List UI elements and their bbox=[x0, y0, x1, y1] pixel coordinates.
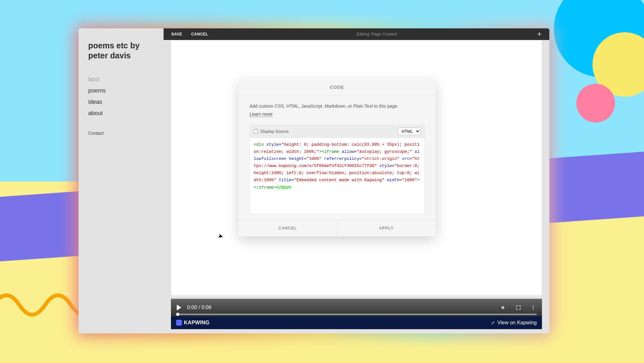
display-source-checkbox[interactable] bbox=[254, 129, 258, 133]
main: SAVE CANCEL Editing 'Page Content' + ➤ C… bbox=[164, 28, 549, 333]
content-area[interactable]: ➤ CODE Add custom CSS, HTML, JavaScript,… bbox=[171, 40, 542, 294]
save-button[interactable]: SAVE bbox=[171, 32, 182, 36]
code-format-select[interactable]: HTML bbox=[398, 128, 421, 135]
sidebar: poems etc by peter davis land poems idea… bbox=[79, 28, 164, 333]
modal-description: Add custom CSS, HTML, JavaScript, Markdo… bbox=[250, 103, 425, 110]
sidebar-contact[interactable]: Contact bbox=[88, 131, 154, 136]
add-block-button[interactable]: + bbox=[537, 31, 542, 38]
video-player: 0:00 / 0:06 bbox=[171, 294, 542, 316]
modal-cancel-button[interactable]: CANCEL bbox=[239, 220, 337, 236]
sidebar-item-ideas[interactable]: ideas bbox=[88, 96, 154, 108]
code-modal: CODE Add custom CSS, HTML, JavaScript, M… bbox=[239, 79, 436, 236]
site-title: poems etc by peter davis bbox=[88, 41, 154, 61]
svg-point-0 bbox=[533, 305, 534, 306]
sidebar-nav: land poems ideas about bbox=[88, 74, 154, 119]
kapwing-logo: KAPWING bbox=[176, 320, 210, 326]
sidebar-item-land[interactable]: land bbox=[88, 74, 154, 85]
sidebar-item-about[interactable]: about bbox=[88, 108, 154, 119]
editing-status: Editing 'Page Content' bbox=[217, 32, 537, 36]
play-icon[interactable] bbox=[177, 305, 181, 310]
view-on-kapwing-link[interactable]: ⤢ View on Kapwing bbox=[491, 320, 537, 326]
modal-title: CODE bbox=[239, 79, 436, 96]
kapwing-icon bbox=[176, 320, 182, 326]
modal-apply-button[interactable]: APPLY bbox=[337, 220, 436, 236]
expand-icon: ⤢ bbox=[491, 320, 495, 325]
topbar: SAVE CANCEL Editing 'Page Content' + bbox=[164, 28, 549, 40]
fullscreen-icon[interactable] bbox=[516, 305, 521, 310]
code-editor[interactable]: <div style="height: 0; padding-bottom: c… bbox=[250, 138, 425, 214]
cursor-icon: ➤ bbox=[217, 231, 224, 240]
video-time: 0:00 / 0:06 bbox=[187, 305, 492, 310]
volume-icon[interactable] bbox=[501, 305, 507, 310]
cancel-button[interactable]: CANCEL bbox=[191, 32, 208, 36]
sidebar-item-poems[interactable]: poems bbox=[88, 85, 154, 96]
app-frame: poems etc by peter davis land poems idea… bbox=[79, 28, 549, 333]
svg-point-2 bbox=[533, 309, 534, 310]
page-canvas: ➤ CODE Add custom CSS, HTML, JavaScript,… bbox=[171, 40, 542, 329]
video-progress[interactable] bbox=[176, 314, 537, 315]
display-source-label: Display Source bbox=[260, 129, 289, 134]
svg-point-1 bbox=[533, 307, 534, 308]
more-icon[interactable] bbox=[530, 305, 536, 310]
kapwing-bar: KAPWING ⤢ View on Kapwing bbox=[171, 316, 542, 329]
learn-more-link[interactable]: Learn more bbox=[250, 112, 273, 117]
